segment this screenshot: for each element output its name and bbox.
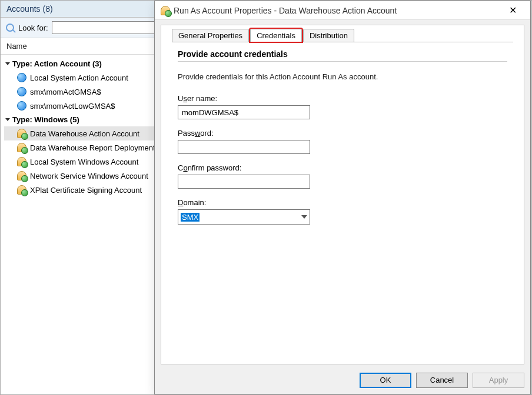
account-icon [17, 171, 26, 180]
tab-content: Provide account credentials Provide cred… [161, 42, 524, 229]
section-title: Provide account credentials [178, 47, 507, 60]
caret-icon [5, 62, 10, 65]
tree-group[interactable]: Type: Action Account (3) [4, 57, 161, 71]
account-icon [17, 185, 26, 195]
accounts-pane: Accounts (8) Look for: Name Type: Action… [1, 1, 165, 394]
tree-item-label: Data Warehouse Report Deployment Account [30, 143, 161, 152]
tree-item[interactable]: Local System Windows Account [4, 155, 161, 169]
tree-item-label: Local System Windows Account [30, 158, 138, 166]
confirm-password-input[interactable] [178, 175, 310, 189]
run-as-account-properties-dialog: Run As Account Properties - Data Warehou… [154, 1, 531, 394]
tree-item-label: Local System Action Account [30, 73, 128, 82]
username-input[interactable] [178, 105, 310, 119]
tree-item[interactable]: smx\momActLowGMSA$ [4, 99, 161, 113]
tree-item-label: XPlat Certificate Signing Account [30, 186, 142, 195]
tree-item[interactable]: Data Warehouse Report Deployment Account [4, 140, 161, 155]
password-input[interactable] [178, 140, 310, 154]
tab-general-properties[interactable]: General Properties [172, 29, 249, 42]
globe-icon [17, 87, 26, 96]
search-icon [5, 23, 15, 32]
globe-icon [17, 101, 26, 111]
dialog-button-bar: OK Cancel Apply [161, 373, 524, 388]
tree-item[interactable]: smx\momActGMSA$ [4, 85, 161, 99]
account-icon [17, 129, 26, 138]
tree-item-label: Data Warehouse Action Account [30, 129, 139, 138]
tab-strip: General Properties Credentials Distribut… [161, 25, 524, 42]
ok-button[interactable]: OK [360, 373, 411, 388]
tree-item[interactable]: Network Service Windows Account [4, 169, 161, 183]
account-icon [17, 157, 26, 166]
account-icon [161, 6, 170, 15]
tree-item-label: smx\momActLowGMSA$ [30, 102, 115, 111]
close-button[interactable]: ✕ [501, 5, 524, 16]
tree-group[interactable]: Type: Windows (5) [4, 113, 161, 126]
tree-group-label: Type: Windows (5) [12, 115, 79, 124]
domain-label: Domain: [178, 198, 507, 207]
password-label: Password: [178, 129, 507, 138]
dialog-body: General Properties Credentials Distribut… [161, 25, 524, 364]
chevron-down-icon [301, 215, 307, 219]
dialog-titlebar: Run As Account Properties - Data Warehou… [155, 1, 530, 20]
confirm-password-label: Confirm password: [178, 163, 507, 172]
cancel-button[interactable]: Cancel [416, 373, 468, 388]
column-header-name[interactable]: Name [1, 38, 165, 55]
dialog-title: Run As Account Properties - Data Warehou… [174, 6, 501, 15]
instruction-text: Provide credentials for this Action Acco… [178, 72, 507, 81]
tab-distribution[interactable]: Distribution [303, 29, 354, 42]
tab-credentials[interactable]: Credentials [250, 29, 302, 42]
tree-group-label: Type: Action Account (3) [12, 59, 102, 68]
tree-item[interactable]: Local System Action Account [4, 71, 161, 85]
username-label: User name: [178, 94, 507, 103]
caret-icon [5, 118, 10, 121]
accounts-tree: Type: Action Account (3)Local System Act… [1, 55, 165, 203]
filter-label: Look for: [18, 24, 48, 32]
apply-button: Apply [473, 373, 524, 388]
filter-input[interactable] [52, 21, 160, 34]
domain-combobox[interactable]: SMX [178, 209, 310, 225]
filter-row: Look for: [1, 18, 165, 38]
tree-item[interactable]: Data Warehouse Action Account [4, 126, 161, 140]
tree-item-label: Network Service Windows Account [30, 172, 148, 180]
globe-icon [17, 73, 26, 82]
pane-header: Accounts (8) [1, 1, 165, 18]
account-icon [17, 143, 26, 152]
domain-value: SMX [181, 213, 200, 222]
tree-item-label: smx\momActGMSA$ [30, 88, 101, 96]
tree-item[interactable]: XPlat Certificate Signing Account [4, 183, 161, 197]
